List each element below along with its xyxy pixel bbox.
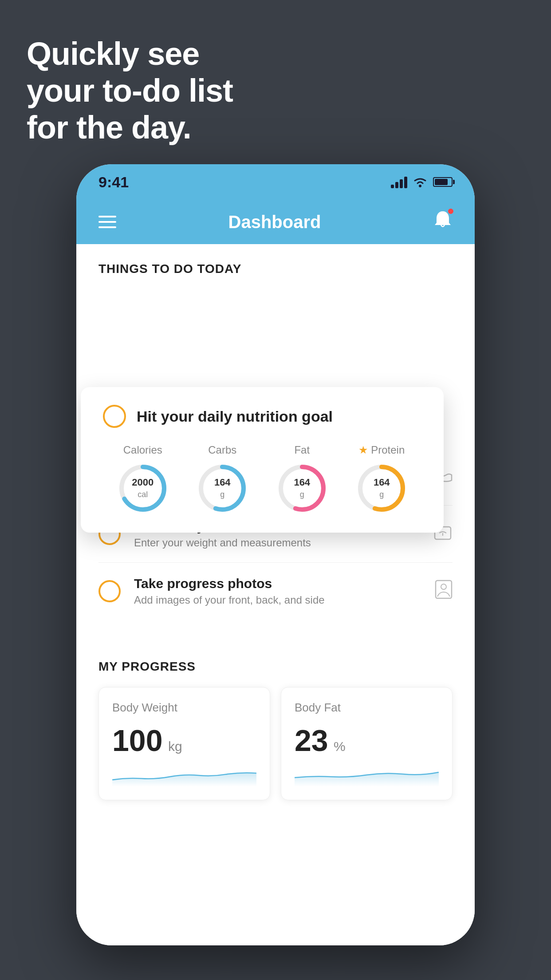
macro-calories: Calories 2000cal [116,444,169,515]
macro-calories-label: Calories [123,444,162,456]
progress-card-body-fat: Body Fat 23 % [281,687,453,800]
person-icon [435,580,453,603]
hero-line-2: your to-do list [27,72,233,109]
body-weight-value-row: 100 kg [112,725,256,755]
phone-frame: 9:41 Das [76,164,475,945]
menu-button[interactable] [98,216,116,228]
body-fat-sparkline [295,764,439,786]
nutrition-card: Hit your daily nutrition goal Calories 2… [81,387,444,533]
notification-button[interactable] [433,209,453,234]
status-icons [391,176,453,188]
carbs-donut: 164g [196,462,249,515]
todo-title-photos: Take progress photos [134,576,421,591]
todo-text-photos: Take progress photos Add images of your … [134,576,421,606]
macro-carbs: Carbs 164g [196,444,249,515]
hero-line-1: Quickly see [27,36,233,72]
body-fat-value-row: 23 % [295,725,439,755]
hero-text: Quickly see your to-do list for the day. [27,36,233,146]
svg-point-0 [419,185,421,187]
things-section-title: THINGS TO DO TODAY [98,262,453,276]
signal-bars-icon [391,176,407,188]
macro-protein: ★ Protein 164g [355,444,408,515]
body-weight-title: Body Weight [112,701,256,715]
hero-line-3: for the day. [27,109,233,146]
phone-content: THINGS TO DO TODAY Hit your daily nutrit… [76,244,475,945]
body-fat-unit: % [334,739,346,754]
progress-card-body-weight: Body Weight 100 kg [98,687,270,800]
calories-donut: 2000cal [116,462,169,515]
macro-carbs-label: Carbs [208,444,236,456]
body-fat-title: Body Fat [295,701,439,715]
battery-icon [433,177,453,187]
todo-subtitle-photos: Add images of your front, back, and side [134,594,421,606]
todo-item-photos[interactable]: Take progress photos Add images of your … [98,563,453,620]
nutrition-card-header: Hit your daily nutrition goal [103,405,421,428]
body-weight-value: 100 [112,723,162,757]
svg-point-12 [441,584,446,589]
nutrition-title: Hit your daily nutrition goal [137,408,333,425]
body-fat-value: 23 [295,723,328,757]
star-icon: ★ [358,444,368,456]
wifi-icon [413,176,428,188]
fat-donut: 164g [276,462,329,515]
body-weight-sparkline [112,764,256,786]
header-title: Dashboard [228,212,321,232]
todo-subtitle-body-stats: Enter your weight and measurements [134,537,420,549]
progress-section: MY PROGRESS Body Weight 100 kg [76,637,475,818]
notification-badge [447,208,454,215]
status-time: 9:41 [98,174,129,191]
progress-cards: Body Weight 100 kg [98,687,453,800]
things-section: THINGS TO DO TODAY [76,244,475,294]
app-header: Dashboard [76,200,475,244]
macro-fat-label: Fat [294,444,310,456]
macro-fat: Fat 164g [276,444,329,515]
todo-circle-photos [98,580,121,602]
status-bar: 9:41 [76,164,475,200]
progress-section-title: MY PROGRESS [98,660,453,674]
protein-donut: 164g [355,462,408,515]
body-weight-unit: kg [168,739,182,754]
nutrition-macros: Calories 2000cal Carbs [103,444,421,515]
macro-protein-label: ★ Protein [358,444,405,456]
nutrition-checkbox[interactable] [103,405,126,428]
